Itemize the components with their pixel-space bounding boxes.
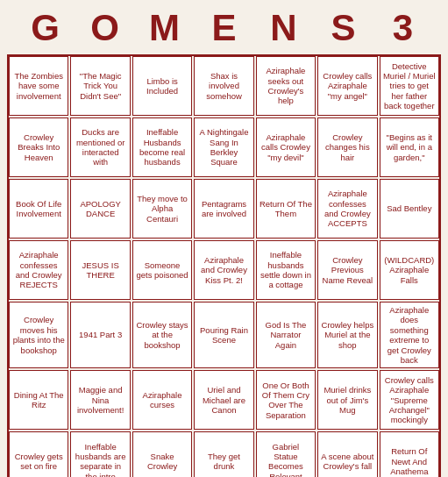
cell-text: Ducks are mentioned or interacted with <box>74 127 126 167</box>
cell-text: God Is The Narrator Again <box>260 320 312 350</box>
cell-text: Crowley calls Aziraphale "my angel" <box>321 71 373 101</box>
bingo-cell[interactable]: The Zombies have some involvement <box>9 56 68 116</box>
bingo-cell[interactable]: Pentagrams are involved <box>194 179 253 238</box>
cell-text: Snake Crowley <box>136 452 188 472</box>
bingo-cell[interactable]: Shax is involved somehow <box>194 56 253 116</box>
cell-text: Someone gets poisoned <box>136 260 188 281</box>
cell-text: Ineffable Husbands become real husbands <box>136 127 188 167</box>
bingo-cell[interactable]: Sad Bentley <box>380 179 439 238</box>
cell-text: Crowley gets set on fire <box>12 452 65 472</box>
cell-text: Pentagrams are involved <box>197 199 250 219</box>
bingo-cell[interactable]: Pouring Rain Scene <box>194 302 253 368</box>
cell-text: They move to Alpha Centauri <box>136 194 188 224</box>
bingo-cell[interactable]: Someone gets poisoned <box>132 240 192 300</box>
bingo-cell[interactable]: Aziraphale seeks out Crowley's help <box>256 56 316 116</box>
bingo-grid: The Zombies have some involvement"The Ma… <box>7 54 441 477</box>
bingo-cell[interactable]: One Or Both Of Them Cry Over The Separat… <box>256 370 316 430</box>
bingo-title: GOMENS3 <box>7 7 441 49</box>
bingo-cell[interactable]: "The Magic Trick You Didn't See" <box>70 56 130 116</box>
bingo-cell[interactable]: Crowley Previous Name Reveal <box>317 240 377 300</box>
bingo-cell[interactable]: Crowley helps Muriel at the shop <box>317 302 377 368</box>
bingo-cell[interactable]: Crowley calls Aziraphale "Supreme Archan… <box>380 370 439 430</box>
bingo-cell[interactable]: Crowley changes his hair <box>317 117 377 177</box>
bingo-cell[interactable]: Ineffable Husbands become real husbands <box>132 117 192 177</box>
bingo-cell[interactable]: Crowley moves his plants into the booksh… <box>9 302 68 368</box>
bingo-cell[interactable]: They get drunk <box>194 431 253 477</box>
bingo-cell[interactable]: Crowley gets set on fire <box>9 431 68 477</box>
cell-text: Crowley changes his hair <box>321 132 373 162</box>
cell-text: Sad Bentley <box>387 203 431 213</box>
cell-text: The Zombies have some involvement <box>12 71 65 101</box>
bingo-cell[interactable]: Return Of Newt And Anathema <box>380 431 439 477</box>
cell-text: Uriel and Michael are Canon <box>197 385 250 415</box>
cell-text: Book Of Life Involvement <box>12 199 65 219</box>
cell-text: Limbo is Included <box>136 76 188 96</box>
cell-text: Return Of Newt And Anathema <box>383 446 436 476</box>
cell-text: Gabriel Statue Becomes Relevant <box>260 442 312 477</box>
cell-text: A Nightingale Sang In Berkley Square <box>197 127 250 167</box>
title-letter: G <box>16 7 75 49</box>
bingo-cell[interactable]: Book Of Life Involvement <box>9 179 68 238</box>
cell-text: Aziraphale confesses and Crowley REJECTS <box>12 250 65 290</box>
cell-text: Muriel drinks out of Jim's Mug <box>321 385 373 415</box>
bingo-cell[interactable]: They move to Alpha Centauri <box>132 179 192 238</box>
bingo-cell[interactable]: Dining At The Ritz <box>9 370 68 430</box>
bingo-cell[interactable]: Uriel and Michael are Canon <box>194 370 253 430</box>
cell-text: Aziraphale does something extreme to get… <box>383 305 436 365</box>
cell-text: "The Magic Trick You Didn't See" <box>74 71 126 101</box>
bingo-cell[interactable]: Crowley Breaks Into Heaven <box>9 117 68 177</box>
cell-text: A scene about Crowley's fall <box>321 452 373 472</box>
bingo-cell[interactable]: Crowley calls Aziraphale "my angel" <box>317 56 377 116</box>
bingo-cell[interactable]: Detective Muriel / Muriel tries to get h… <box>380 56 439 116</box>
cell-text: They get drunk <box>197 452 250 472</box>
bingo-cell[interactable]: A scene about Crowley's fall <box>317 431 377 477</box>
cell-text: Pouring Rain Scene <box>197 325 250 345</box>
cell-text: Crowley moves his plants into the booksh… <box>12 315 65 355</box>
bingo-cell[interactable]: Maggie and Nina involvement! <box>70 370 130 430</box>
bingo-cell[interactable]: Aziraphale calls Crowley "my devil" <box>256 117 316 177</box>
title-letter: N <box>254 7 314 49</box>
bingo-cell[interactable]: "Begins as it will end, in a garden," <box>380 117 439 177</box>
cell-text: Dining At The Ritz <box>12 390 65 410</box>
cell-text: Aziraphale curses <box>136 390 188 410</box>
cell-text: Crowley helps Muriel at the shop <box>321 320 373 350</box>
bingo-cell[interactable]: Snake Crowley <box>132 431 192 477</box>
cell-text: Detective Muriel / Muriel tries to get h… <box>383 61 436 111</box>
bingo-cell[interactable]: Muriel drinks out of Jim's Mug <box>317 370 377 430</box>
cell-text: 1941 Part 3 <box>79 330 122 339</box>
bingo-cell[interactable]: Gabriel Statue Becomes Relevant <box>256 431 316 477</box>
cell-text: Crowley Previous Name Reveal <box>321 255 373 285</box>
title-letter: 3 <box>373 7 433 49</box>
cell-text: Aziraphale seeks out Crowley's help <box>260 66 312 106</box>
bingo-cell[interactable]: Aziraphale confesses and Crowley REJECTS <box>9 240 68 300</box>
bingo-cell[interactable]: 1941 Part 3 <box>70 302 130 368</box>
cell-text: Crowley calls Aziraphale "Supreme Archan… <box>383 375 436 425</box>
bingo-cell[interactable]: Crowley stays at the bookshop <box>132 302 192 368</box>
cell-text: Crowley stays at the bookshop <box>136 320 188 350</box>
cell-text: Crowley Breaks Into Heaven <box>12 132 65 162</box>
bingo-cell[interactable]: A Nightingale Sang In Berkley Square <box>194 117 253 177</box>
bingo-cell[interactable]: Return Of The Them <box>256 179 316 238</box>
cell-text: JESUS IS THERE <box>74 260 126 281</box>
cell-text: Ineffable husbands settle down in a cott… <box>260 250 312 290</box>
bingo-cell[interactable]: Limbo is Included <box>132 56 192 116</box>
bingo-cell[interactable]: Aziraphale does something extreme to get… <box>380 302 439 368</box>
bingo-cell[interactable]: JESUS IS THERE <box>70 240 130 300</box>
bingo-cell[interactable]: God Is The Narrator Again <box>256 302 316 368</box>
cell-text: Aziraphale calls Crowley "my devil" <box>260 132 312 162</box>
cell-text: (WILDCARD) Aziraphale Falls <box>383 255 436 285</box>
bingo-cell[interactable]: Ducks are mentioned or interacted with <box>70 117 130 177</box>
cell-text: Aziraphale confesses and Crowley ACCEPTS <box>321 189 373 229</box>
cell-text: Ineffable husbands are separate in the i… <box>74 442 126 477</box>
bingo-cell[interactable]: Aziraphale confesses and Crowley ACCEPTS <box>317 179 377 238</box>
cell-text: Shax is involved somehow <box>197 71 250 101</box>
bingo-cell[interactable]: Aziraphale curses <box>132 370 192 430</box>
bingo-cell[interactable]: (WILDCARD) Aziraphale Falls <box>380 240 439 300</box>
bingo-cell[interactable]: Ineffable husbands are separate in the i… <box>70 431 130 477</box>
bingo-cell[interactable]: APOLOGY DANCE <box>70 179 130 238</box>
bingo-cell[interactable]: Ineffable husbands settle down in a cott… <box>256 240 316 300</box>
cell-text: Return Of The Them <box>260 199 312 219</box>
title-letter: M <box>135 7 195 49</box>
bingo-cell[interactable]: Aziraphale and Crowley Kiss Pt. 2! <box>194 240 253 300</box>
title-letter: S <box>314 7 373 49</box>
